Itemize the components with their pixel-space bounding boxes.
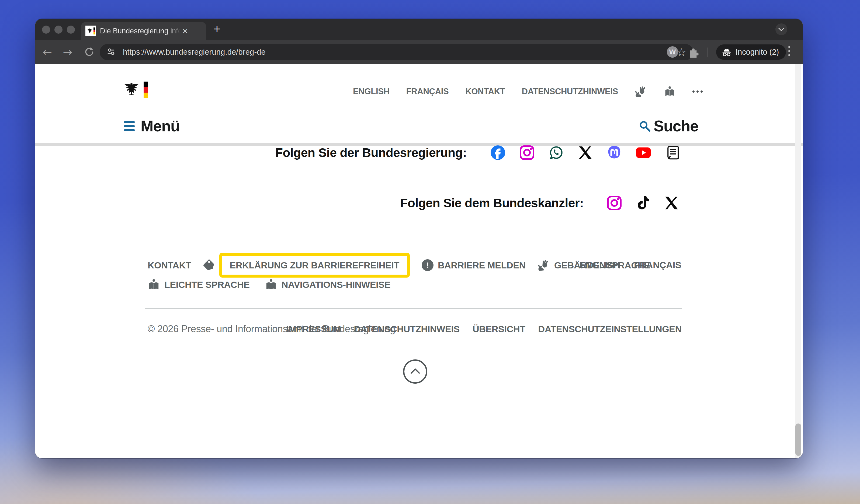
page-content: ENGLISH FRANÇAIS KONTAKT DATENSCHUTZHINW… [35, 64, 803, 458]
follow-government-label: Folgen Sie der Bundesregierung: [275, 145, 467, 160]
nav-kontakt[interactable]: KONTAKT [465, 87, 505, 97]
footer-language-links: ENGLISH FRANÇAIS [579, 260, 682, 270]
search-icon [639, 120, 651, 132]
url-text[interactable]: https://www.bundesregierung.de/breg-de [123, 48, 266, 57]
tab-search-button[interactable] [775, 24, 787, 35]
browser-window: Die Bundesregierung informie × + ← → htt… [35, 19, 803, 458]
forward-button[interactable]: → [63, 47, 72, 58]
easy-language-icon[interactable] [664, 86, 676, 98]
reload-button[interactable] [84, 46, 94, 58]
whatsapp-icon[interactable] [548, 145, 564, 160]
browser-toolbar: ← → https://www.bundesregierung.de/breg-… [35, 40, 803, 64]
footer-divider [145, 308, 682, 309]
nav-francais[interactable]: FRANÇAIS [406, 87, 449, 97]
follow-chancellor-label: Folgen Sie dem Bundeskanzler: [400, 196, 584, 210]
x-icon[interactable] [578, 145, 593, 160]
tag-icon [203, 259, 215, 271]
incognito-spy-icon [721, 48, 732, 57]
window-close-button[interactable] [42, 26, 50, 34]
site-info-icon[interactable] [106, 47, 116, 58]
search-label: Suche [654, 117, 698, 135]
federal-eagle-icon [86, 28, 93, 34]
reload-icon [84, 46, 94, 57]
tab-close-icon[interactable]: × [182, 26, 188, 35]
footer-link-barrierefreiheit[interactable]: ERKLÄRUNG ZUR BARRIEREFREIHEIT [203, 253, 410, 278]
footer-links-row1: KONTAKT ERKLÄRUNG ZUR BARRIEREFREIHEIT !… [148, 253, 650, 278]
footer-link-uebersicht[interactable]: ÜBERSICHT [473, 324, 525, 335]
highlight-box: ERKLÄRUNG ZUR BARRIEREFREIHEIT [219, 253, 410, 278]
chevron-down-icon [778, 25, 785, 31]
footer-link-kontakt[interactable]: KONTAKT [148, 260, 191, 270]
browser-tab[interactable]: Die Bundesregierung informie × [81, 22, 206, 40]
footer-link-impressum[interactable]: IMPRESSUM [286, 324, 341, 335]
instagram-icon[interactable] [607, 195, 622, 210]
window-zoom-button[interactable] [67, 26, 75, 34]
browser-menu-icon[interactable] [788, 46, 790, 56]
desktop-background: Die Bundesregierung informie × + ← → htt… [0, 0, 860, 504]
easy-language-icon [265, 278, 277, 291]
footer-link-navigations-hinweise[interactable]: NAVIGATIONS-HINWEISE [265, 278, 391, 291]
footer-link-english[interactable]: ENGLISH [579, 260, 620, 270]
extension-w-icon[interactable]: W [667, 46, 678, 58]
incognito-label: Incognito (2) [735, 48, 779, 57]
search-button[interactable]: Suche [639, 117, 698, 135]
window-minimize-button[interactable] [54, 26, 62, 34]
sign-language-icon[interactable] [635, 85, 647, 98]
footer-links-row2: LEICHTE SPRACHE NAVIGATIONS-HINWEISE [148, 278, 390, 291]
top-navigation: ENGLISH FRANÇAIS KONTAKT DATENSCHUTZHINW… [353, 85, 703, 98]
follow-chancellor-row: Folgen Sie dem Bundeskanzler: [400, 195, 679, 210]
news-icon[interactable] [665, 145, 680, 160]
legal-links: IMPRESSUM DATENSCHUTZHINWEIS ÜBERSICHT D… [286, 324, 682, 335]
footer-link-barriere-melden[interactable]: ! BARRIERE MELDEN [422, 259, 526, 271]
address-bar[interactable]: https://www.bundesregierung.de/breg-de ☆ [100, 44, 693, 60]
mastodon-icon[interactable] [607, 145, 622, 160]
page-scrollbar-track[interactable] [796, 64, 801, 458]
flag-bar [144, 81, 148, 98]
tab-favicon [85, 26, 96, 36]
new-tab-button[interactable]: + [213, 23, 221, 35]
favicon-flag [94, 28, 95, 34]
incognito-badge[interactable]: Incognito (2) [716, 44, 786, 60]
easy-language-icon [148, 278, 160, 291]
footer-link-leichte-sprache[interactable]: LEICHTE SPRACHE [148, 278, 250, 291]
x-icon[interactable] [664, 195, 679, 210]
hamburger-icon [124, 121, 135, 131]
page-scrollbar-thumb[interactable] [796, 424, 801, 456]
menu-label: Menü [141, 117, 180, 135]
nav-english[interactable]: ENGLISH [353, 87, 390, 97]
scroll-to-top-button[interactable] [403, 359, 427, 384]
exclamation-icon: ! [422, 259, 433, 271]
nav-datenschutzhinweis[interactable]: DATENSCHUTZHINWEIS [522, 87, 618, 97]
chevron-up-icon [410, 368, 420, 378]
follow-government-row: Folgen Sie der Bundesregierung: [275, 145, 680, 160]
extensions-puzzle-icon[interactable] [688, 47, 699, 59]
footer-link-datenschutzeinstellungen[interactable]: DATENSCHUTZEINSTELLUNGEN [538, 324, 682, 335]
footer-link-datenschutzhinweis[interactable]: DATENSCHUTZHINWEIS [354, 324, 460, 335]
back-button[interactable]: ← [43, 47, 52, 58]
bundesregierung-logo[interactable] [123, 81, 148, 98]
footer-link-francais[interactable]: FRANÇAIS [634, 260, 682, 270]
tab-title: Die Bundesregierung informie [100, 27, 181, 35]
instagram-icon[interactable] [519, 145, 534, 160]
toolbar-separator [707, 47, 708, 57]
tab-strip: Die Bundesregierung informie × + [35, 19, 803, 40]
sign-language-icon [538, 259, 550, 271]
facebook-icon[interactable] [490, 145, 505, 160]
federal-eagle-icon [123, 81, 140, 98]
youtube-icon[interactable] [636, 145, 651, 160]
more-options-icon[interactable] [692, 90, 703, 93]
tiktok-icon[interactable] [635, 195, 650, 210]
menu-button[interactable]: Menü [124, 117, 180, 135]
